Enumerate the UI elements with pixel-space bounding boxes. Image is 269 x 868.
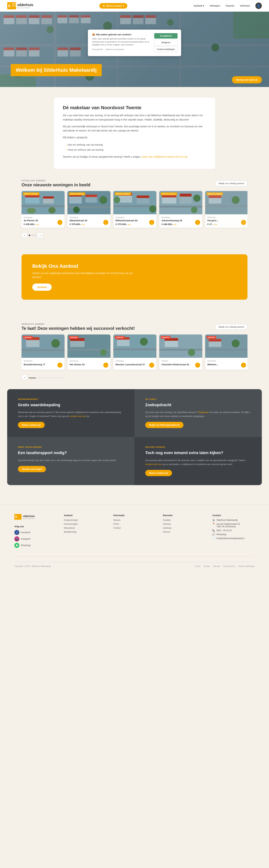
svg-text:✆: ✆	[103, 5, 104, 7]
card-badge: Verkocht	[161, 336, 170, 339]
footer-link-verhuur[interactable]: Verhuur	[163, 531, 205, 533]
footer-info-col: Informatie Nieuws FAQ's Contact	[113, 514, 156, 549]
footer-bottom-sitemap[interactable]: Sitemap	[213, 565, 220, 567]
svg-point-91	[51, 339, 60, 348]
svg-point-80	[193, 194, 201, 202]
hero-title-box: Welkom bij Silderhuis Makelaardij	[11, 64, 102, 76]
footer-link-aankoop[interactable]: Aankoop	[163, 527, 205, 529]
info-card-button[interactable]: Neem contact op	[145, 470, 172, 476]
nav-taxeren[interactable]: Taxeren	[226, 4, 234, 7]
card-body: Denekamp de Plevier 20 € 429.000,- k.k. …	[22, 214, 65, 228]
footer-brand-tagline: makelaardij	[23, 518, 35, 519]
contact-link[interactable]: neem dan vrijblijvend contact met ons op	[142, 155, 187, 158]
brand-tagline: makelaardij	[17, 7, 33, 9]
sold-carousel-next-button[interactable]: ›	[22, 374, 27, 380]
featured-section: UITGELICHT AANBOD Onze nieuwste woningen…	[7, 180, 262, 238]
footer-phone[interactable]: 📞 0541 - 35 34 33	[212, 529, 255, 532]
svg-rect-57	[49, 207, 56, 213]
sold-title: Te laat! Deze woningen hebben wij succes…	[22, 326, 135, 331]
hero-cta-button[interactable]: Breng een bod uit	[232, 76, 262, 83]
footer-social: Volg ons f Facebook 📷 Instagram 💬 WhatsA…	[14, 525, 57, 548]
card-detail-button[interactable]: ›	[57, 220, 62, 225]
card-location: Denekamp	[207, 360, 246, 362]
card-detail-button[interactable]: ›	[149, 220, 154, 225]
card-detail-button[interactable]: ›	[241, 363, 246, 368]
card-detail-button[interactable]: ›	[103, 220, 108, 225]
footer-link-bedrijf[interactable]: Bedrijfsmatig	[64, 531, 106, 533]
svg-point-47	[211, 43, 219, 52]
footer-link-koop[interactable]: Koopwoningen	[64, 519, 106, 521]
cookie-accept-button[interactable]: Accepteren	[154, 33, 178, 38]
sold-label: VERKOCHT AANBOD	[22, 323, 135, 325]
privacy-link[interactable]: Privacybeleid	[92, 49, 103, 51]
nav-verkopen[interactable]: Verkopen	[209, 4, 220, 7]
cookie-settings-button[interactable]: Cookie-instellingen	[154, 46, 178, 52]
info-card-title: Zoekopdracht	[145, 402, 251, 408]
info-card-opinion: SECOND OPINION Toch nog even iemand extr…	[134, 437, 262, 485]
footer-link-verkoop[interactable]: Verkoop	[163, 523, 205, 525]
property-card: Verkocht Denekamp Het Otman 33 ›	[67, 335, 111, 370]
property-card: Nieuw te verkoop Denekamp de Plevier 20 …	[22, 191, 65, 228]
card-image: Nieuw te verkoop	[205, 191, 247, 214]
card-price: € 429.000,- k.k.	[24, 223, 39, 226]
info-card-button[interactable]: Begin uw Woning­zoektocht	[145, 422, 183, 428]
card-body: Denekamp Johanninksweg 26 € 449.000,- k.…	[159, 214, 202, 228]
cookie-buttons: Accepteren Weigeren Cookie-instellingen	[154, 33, 178, 52]
footer-link-nieuwbouw[interactable]: Nieuwbouw	[64, 527, 106, 529]
info-card-link[interactable]: contact met ons	[69, 415, 86, 417]
svg-rect-25	[57, 15, 67, 18]
card-detail-button[interactable]: ›	[195, 220, 200, 225]
footer-link-huur[interactable]: Huurwoningen	[64, 523, 106, 525]
card-price: € 375.000,- k.k.	[116, 223, 138, 226]
footer-link-contact[interactable]: Contact	[113, 527, 156, 529]
card-address: Charlotte Köhlerstraat 91	[161, 363, 189, 366]
footer-bottom-privacy[interactable]: Privacy policy	[223, 565, 235, 567]
card-image: Verkocht	[205, 335, 247, 358]
social-whatsapp[interactable]: 💬 WhatsApp	[14, 543, 57, 548]
card-detail-button[interactable]: ›	[103, 363, 108, 368]
intro-title: Dé makelaar van Noordoost Twente	[63, 105, 206, 111]
nav-aanbod[interactable]: Aanbod	[193, 4, 204, 7]
direct-contact-button[interactable]: ✆ Direct contact ▾	[99, 3, 127, 9]
property-card: Verkocht Denekamp Brandlichterweg 77 ›	[22, 335, 65, 370]
user-avatar[interactable]: 👤	[256, 2, 262, 9]
card-detail-button[interactable]: ›	[149, 363, 154, 368]
cta-aanbod-button[interactable]: Aanbod	[32, 283, 52, 291]
carousel-prev-button[interactable]: ‹	[22, 232, 27, 238]
carousel-next-button[interactable]: ›	[37, 232, 43, 238]
card-detail-button[interactable]: ›	[195, 363, 200, 368]
info-card-button[interactable]: Neem contact op	[18, 422, 44, 428]
cookie-reject-button[interactable]: Weigeren	[154, 40, 178, 45]
info-card-title: Gratis waardebepaling	[18, 402, 124, 408]
footer-bottom-cookies[interactable]: Cookie-instellingen	[238, 565, 255, 567]
footer-bottom-contact[interactable]: Contact	[203, 565, 210, 567]
intro-list-item: Huur en verhuur van uw woning	[66, 147, 206, 152]
footer-link-nieuws[interactable]: Nieuws	[113, 519, 156, 521]
social-instagram[interactable]: 📷 Instagram	[14, 536, 57, 541]
footer-bottom-home[interactable]: Home	[195, 565, 200, 567]
nav-verhuren[interactable]: Verhuren	[240, 4, 250, 7]
sold-view-all-button[interactable]: Bekijk ons volledig aanbod	[215, 324, 247, 330]
info-card-link[interactable]: Registreer	[198, 411, 209, 413]
svg-rect-38	[16, 48, 27, 50]
featured-view-all-button[interactable]: Bekijk ons volledig aanbod	[215, 181, 247, 186]
footer-link-taxaties[interactable]: Taxaties	[163, 519, 205, 521]
footer-whatsapp[interactable]: 💬 WhatsApp	[212, 533, 255, 536]
svg-rect-70	[137, 195, 149, 198]
footer-bottom: Copyright © 2025 · Silderhuis Makelaardi…	[14, 562, 255, 567]
terms-link[interactable]: Algemene voorwaarden	[106, 49, 124, 51]
footer-link-faq[interactable]: FAQ's	[113, 523, 156, 525]
svg-rect-42	[57, 48, 68, 50]
svg-rect-90	[22, 349, 65, 351]
social-facebook[interactable]: f Facebook	[14, 530, 57, 535]
featured-carousel-controls: ‹ ›	[22, 232, 247, 238]
avatar-icon: 👤	[257, 4, 260, 7]
cookie-text: Hallo, deze website gebruikt essentiële …	[92, 37, 150, 46]
card-image: Nieuw te verkoop	[113, 191, 156, 214]
card-detail-button[interactable]: ›	[241, 220, 246, 225]
footer-email[interactable]: ✉️ info@silderhuis­makelaardij.nl	[212, 537, 255, 539]
info-card-button[interactable]: Taxatie aanvragen	[18, 466, 46, 472]
svg-rect-110	[205, 349, 247, 351]
card-detail-button[interactable]: ›	[57, 363, 62, 368]
info-card-link[interactable]: contact met ons	[145, 463, 162, 466]
